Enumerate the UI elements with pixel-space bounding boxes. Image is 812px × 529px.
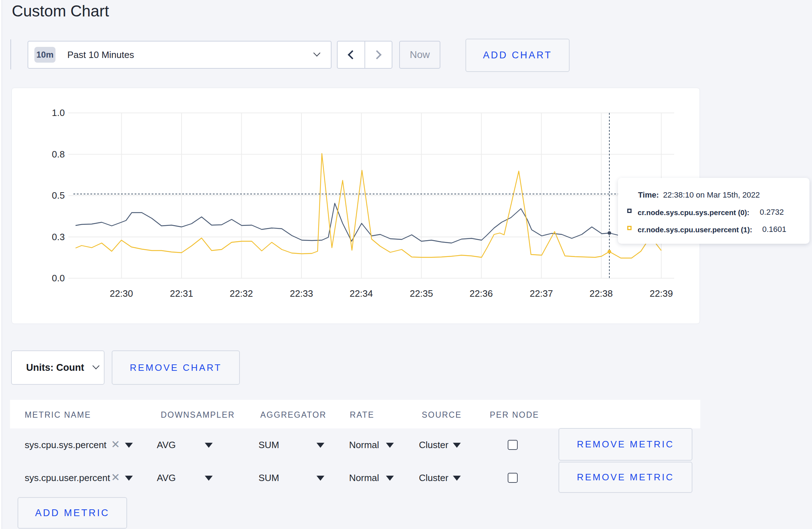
svg-text:22:37: 22:37 xyxy=(530,288,553,299)
svg-text:22:33: 22:33 xyxy=(290,288,313,299)
svg-text:22:36: 22:36 xyxy=(469,288,493,299)
svg-text:0.8: 0.8 xyxy=(52,149,65,160)
svg-text:22:38: 22:38 xyxy=(589,288,613,299)
svg-text:22:31: 22:31 xyxy=(170,288,193,299)
svg-text:22:32: 22:32 xyxy=(229,288,253,299)
svg-text:22:30: 22:30 xyxy=(110,288,133,299)
svg-text:0.3: 0.3 xyxy=(52,232,65,242)
svg-text:22:35: 22:35 xyxy=(410,288,433,299)
svg-text:0.0: 0.0 xyxy=(52,273,65,283)
svg-text:22:39: 22:39 xyxy=(649,288,673,299)
svg-text:0.5: 0.5 xyxy=(52,190,65,201)
svg-text:22:34: 22:34 xyxy=(349,288,373,299)
svg-text:1.0: 1.0 xyxy=(52,107,65,118)
